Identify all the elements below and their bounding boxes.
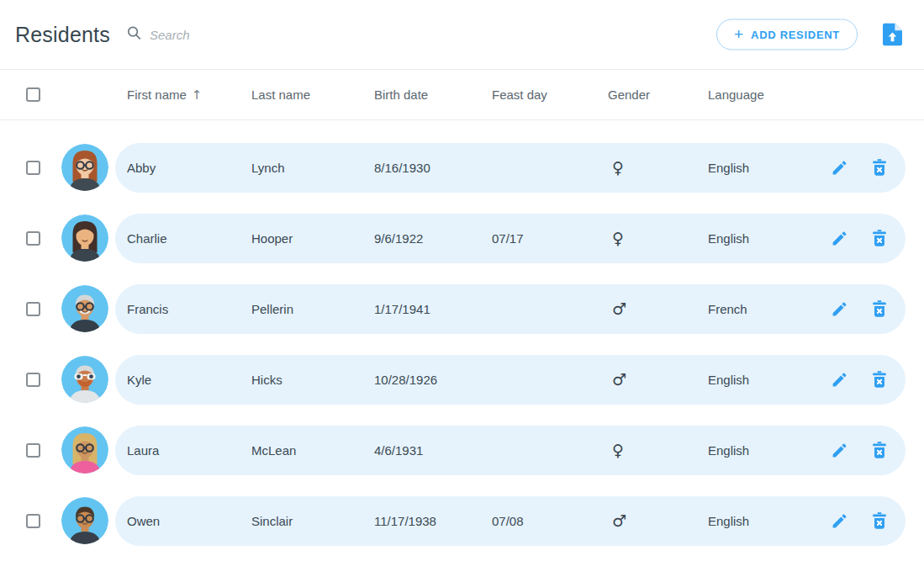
resident-avatar [61,497,108,544]
top-bar: Residents + ADD RESIDENT [0,0,924,70]
file-upload-icon [883,36,902,49]
birth-date-cell: 11/17/1938 [374,514,492,528]
language-cell: English [708,514,832,528]
pencil-icon [831,520,848,532]
last-name-cell: McLean [251,443,374,458]
delete-button[interactable] [870,511,889,530]
select-all-checkbox[interactable] [26,87,40,102]
row-checkbox[interactable] [26,514,40,528]
birth-date-cell: 1/17/1941 [374,302,492,316]
last-name-cell: Lynch [251,161,374,175]
feast-day-cell: 07/17 [492,231,608,246]
language-cell: English [708,161,832,175]
resident-row[interactable]: Abby Lynch 8/16/1930 ♀ English [115,143,906,193]
page-title: Residents [15,23,110,47]
row-checkbox[interactable] [26,373,40,387]
table-header: First name ↑ Last name Birth date Feast … [0,70,924,120]
pencil-icon [831,167,848,179]
birth-date-cell: 8/16/1930 [374,161,492,175]
last-name-cell: Sinclair [251,514,374,528]
column-header-gender[interactable]: Gender [608,87,708,102]
sort-ascending-icon: ↑ [192,87,203,103]
resident-avatar [61,214,108,262]
column-header-last-name[interactable]: Last name [251,87,374,102]
search-icon [127,26,141,44]
first-name-cell: Abby [127,161,251,175]
search-input[interactable] [150,28,385,42]
column-header-first-name[interactable]: First name ↑ [127,87,251,103]
language-cell: French [708,302,832,316]
add-resident-label: ADD RESIDENT [751,29,840,41]
table-row: Francis Pellerin 1/17/1941 ♂ French [0,273,924,344]
edit-button[interactable] [831,442,848,459]
first-name-cell: Owen [127,514,251,528]
edit-button[interactable] [831,512,848,530]
resident-avatar [61,356,108,403]
resident-row[interactable]: Charlie Hooper 9/6/1922 07/17 ♀ English [115,214,906,263]
row-checkbox[interactable] [26,302,40,316]
table-row: Owen Sinclair 11/17/1938 07/08 ♂ English [0,485,924,556]
birth-date-cell: 10/28/1926 [374,373,492,387]
pencil-icon [831,378,848,391]
trash-x-icon [870,378,889,391]
feast-day-cell: 07/08 [492,514,608,528]
last-name-cell: Pellerin [251,302,374,316]
search-box[interactable] [127,26,404,44]
import-residents-button[interactable] [883,24,902,46]
first-name-cell: Kyle [127,373,251,387]
row-checkbox[interactable] [26,231,40,246]
column-header-language[interactable]: Language [708,87,832,102]
table-row: Charlie Hooper 9/6/1922 07/17 ♀ English [0,203,924,273]
trash-x-icon [870,520,889,532]
delete-button[interactable] [870,158,889,177]
resident-avatar [61,285,108,332]
table-row: Laura McLean 4/6/1931 ♀ English [0,415,924,485]
pencil-icon [831,308,848,320]
gender-symbol-icon: ♂ [608,299,708,318]
language-cell: English [708,443,832,458]
delete-button[interactable] [870,370,889,389]
gender-symbol-icon: ♀ [608,441,708,459]
trash-x-icon [870,237,889,250]
gender-symbol-icon: ♀ [608,229,708,247]
edit-button[interactable] [831,159,848,177]
add-resident-button[interactable]: + ADD RESIDENT [716,19,858,50]
delete-button[interactable] [870,229,889,247]
pencil-icon [831,449,848,462]
table-row: Abby Lynch 8/16/1930 ♀ English [0,132,924,203]
column-header-birth-date[interactable]: Birth date [374,87,492,102]
trash-x-icon [870,449,889,462]
edit-button[interactable] [831,300,848,318]
gender-symbol-icon: ♂ [608,511,708,530]
resident-row[interactable]: Francis Pellerin 1/17/1941 ♂ French [115,284,906,334]
first-name-cell: Francis [127,302,251,316]
language-cell: English [708,373,832,387]
delete-button[interactable] [870,299,889,318]
resident-row[interactable]: Kyle Hicks 10/28/1926 ♂ English [115,355,906,405]
last-name-cell: Hooper [251,231,374,246]
first-name-cell: Laura [127,443,251,458]
residents-list: Abby Lynch 8/16/1930 ♀ English [0,120,924,556]
birth-date-cell: 9/6/1922 [374,231,492,246]
first-name-cell: Charlie [127,231,251,246]
trash-x-icon [870,308,889,320]
birth-date-cell: 4/6/1931 [374,443,492,458]
language-cell: English [708,231,832,246]
trash-x-icon [870,167,889,179]
delete-button[interactable] [870,441,889,459]
gender-symbol-icon: ♂ [608,370,708,389]
row-checkbox[interactable] [26,443,40,458]
pencil-icon [831,237,848,250]
resident-row[interactable]: Laura McLean 4/6/1931 ♀ English [115,426,906,475]
row-checkbox[interactable] [26,161,40,175]
column-header-feast-day[interactable]: Feast day [492,87,608,102]
last-name-cell: Hicks [251,373,374,387]
gender-symbol-icon: ♀ [608,158,708,177]
resident-avatar [61,144,108,191]
plus-icon: + [734,26,743,42]
table-row: Kyle Hicks 10/28/1926 ♂ English [0,344,924,415]
edit-button[interactable] [831,371,848,389]
resident-row[interactable]: Owen Sinclair 11/17/1938 07/08 ♂ English [115,496,906,546]
resident-avatar [61,426,108,474]
edit-button[interactable] [831,230,848,247]
